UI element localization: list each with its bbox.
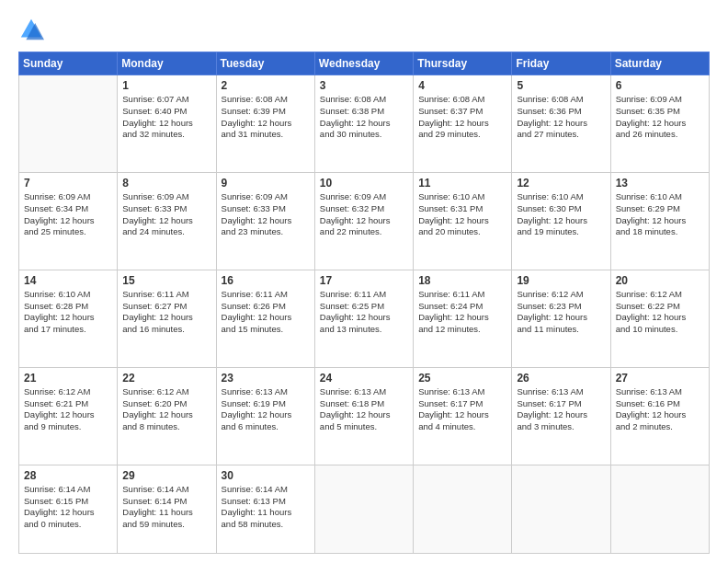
day-info: Sunrise: 6:13 AMSunset: 6:16 PMDaylight:… (616, 386, 704, 433)
day-info: Sunrise: 6:12 AMSunset: 6:23 PMDaylight:… (517, 289, 605, 336)
day-info: Sunrise: 6:14 AMSunset: 6:15 PMDaylight:… (24, 484, 112, 531)
calendar-table: SundayMondayTuesdayWednesdayThursdayFrid… (18, 52, 710, 554)
day-number: 12 (517, 177, 605, 190)
weekday-header-friday: Friday (512, 52, 610, 75)
day-number: 15 (122, 274, 210, 287)
weekday-header-thursday: Thursday (414, 52, 512, 75)
weekday-header-monday: Monday (118, 52, 216, 75)
calendar-cell: 2Sunrise: 6:08 AMSunset: 6:39 PMDaylight… (216, 75, 314, 173)
calendar-cell: 17Sunrise: 6:11 AMSunset: 6:25 PMDayligh… (314, 270, 413, 367)
calendar-cell: 9Sunrise: 6:09 AMSunset: 6:33 PMDaylight… (216, 172, 314, 270)
calendar-cell (414, 465, 512, 553)
day-number: 5 (517, 79, 605, 92)
day-info: Sunrise: 6:08 AMSunset: 6:37 PMDaylight:… (418, 94, 506, 141)
day-number: 10 (320, 177, 408, 190)
calendar-cell: 10Sunrise: 6:09 AMSunset: 6:32 PMDayligh… (314, 172, 413, 270)
day-info: Sunrise: 6:08 AMSunset: 6:36 PMDaylight:… (517, 94, 605, 141)
day-number: 24 (320, 372, 408, 385)
page: SundayMondayTuesdayWednesdayThursdayFrid… (0, 0, 728, 563)
calendar-cell: 11Sunrise: 6:10 AMSunset: 6:31 PMDayligh… (414, 172, 512, 270)
calendar-cell: 12Sunrise: 6:10 AMSunset: 6:30 PMDayligh… (512, 172, 610, 270)
calendar-cell: 20Sunrise: 6:12 AMSunset: 6:22 PMDayligh… (610, 270, 709, 367)
calendar-week-row: 28Sunrise: 6:14 AMSunset: 6:15 PMDayligh… (19, 465, 710, 553)
day-number: 9 (222, 177, 310, 190)
header (18, 17, 710, 42)
calendar-week-row: 1Sunrise: 6:07 AMSunset: 6:40 PMDaylight… (19, 75, 710, 173)
day-number: 2 (222, 79, 310, 92)
day-number: 8 (122, 177, 210, 190)
day-number: 19 (517, 274, 605, 287)
calendar-cell: 28Sunrise: 6:14 AMSunset: 6:15 PMDayligh… (19, 465, 118, 553)
calendar-cell: 22Sunrise: 6:12 AMSunset: 6:20 PMDayligh… (118, 367, 216, 465)
calendar-cell: 14Sunrise: 6:10 AMSunset: 6:28 PMDayligh… (19, 270, 118, 367)
day-info: Sunrise: 6:12 AMSunset: 6:20 PMDaylight:… (122, 386, 210, 433)
day-info: Sunrise: 6:13 AMSunset: 6:17 PMDaylight:… (517, 386, 605, 433)
day-number: 13 (616, 177, 704, 190)
day-info: Sunrise: 6:09 AMSunset: 6:32 PMDaylight:… (320, 191, 408, 238)
day-number: 20 (616, 274, 704, 287)
day-info: Sunrise: 6:14 AMSunset: 6:14 PMDaylight:… (122, 484, 210, 531)
day-number: 14 (24, 274, 112, 287)
calendar-cell: 21Sunrise: 6:12 AMSunset: 6:21 PMDayligh… (19, 367, 118, 465)
day-info: Sunrise: 6:10 AMSunset: 6:28 PMDaylight:… (24, 289, 112, 336)
day-number: 7 (24, 177, 112, 190)
day-number: 18 (418, 274, 506, 287)
weekday-header-row: SundayMondayTuesdayWednesdayThursdayFrid… (19, 52, 710, 75)
calendar-week-row: 14Sunrise: 6:10 AMSunset: 6:28 PMDayligh… (19, 270, 710, 367)
day-info: Sunrise: 6:11 AMSunset: 6:27 PMDaylight:… (122, 289, 210, 336)
calendar-cell: 24Sunrise: 6:13 AMSunset: 6:18 PMDayligh… (314, 367, 413, 465)
day-number: 6 (616, 79, 704, 92)
day-info: Sunrise: 6:14 AMSunset: 6:13 PMDaylight:… (222, 484, 310, 531)
calendar-cell (610, 465, 709, 553)
day-number: 11 (418, 177, 506, 190)
day-number: 27 (616, 372, 704, 385)
day-info: Sunrise: 6:12 AMSunset: 6:22 PMDaylight:… (616, 289, 704, 336)
weekday-header-saturday: Saturday (610, 52, 709, 75)
day-info: Sunrise: 6:10 AMSunset: 6:31 PMDaylight:… (418, 191, 506, 238)
day-info: Sunrise: 6:11 AMSunset: 6:26 PMDaylight:… (222, 289, 310, 336)
logo-icon (18, 17, 44, 42)
day-number: 21 (24, 372, 112, 385)
calendar-cell: 27Sunrise: 6:13 AMSunset: 6:16 PMDayligh… (610, 367, 709, 465)
day-info: Sunrise: 6:09 AMSunset: 6:33 PMDaylight:… (122, 191, 210, 238)
calendar-cell: 30Sunrise: 6:14 AMSunset: 6:13 PMDayligh… (216, 465, 314, 553)
calendar-cell: 23Sunrise: 6:13 AMSunset: 6:19 PMDayligh… (216, 367, 314, 465)
day-number: 25 (418, 372, 506, 385)
day-info: Sunrise: 6:10 AMSunset: 6:29 PMDaylight:… (616, 191, 704, 238)
weekday-header-tuesday: Tuesday (216, 52, 314, 75)
weekday-header-wednesday: Wednesday (314, 52, 413, 75)
day-number: 22 (122, 372, 210, 385)
day-info: Sunrise: 6:09 AMSunset: 6:35 PMDaylight:… (616, 94, 704, 141)
day-number: 26 (517, 372, 605, 385)
day-info: Sunrise: 6:13 AMSunset: 6:18 PMDaylight:… (320, 386, 408, 433)
calendar-cell: 4Sunrise: 6:08 AMSunset: 6:37 PMDaylight… (414, 75, 512, 173)
calendar-cell (19, 75, 118, 173)
day-number: 23 (222, 372, 310, 385)
day-number: 30 (222, 469, 310, 482)
calendar-cell: 3Sunrise: 6:08 AMSunset: 6:38 PMDaylight… (314, 75, 413, 173)
calendar-week-row: 21Sunrise: 6:12 AMSunset: 6:21 PMDayligh… (19, 367, 710, 465)
day-info: Sunrise: 6:10 AMSunset: 6:30 PMDaylight:… (517, 191, 605, 238)
day-info: Sunrise: 6:11 AMSunset: 6:24 PMDaylight:… (418, 289, 506, 336)
calendar-cell: 25Sunrise: 6:13 AMSunset: 6:17 PMDayligh… (414, 367, 512, 465)
day-number: 1 (122, 79, 210, 92)
calendar-cell: 15Sunrise: 6:11 AMSunset: 6:27 PMDayligh… (118, 270, 216, 367)
calendar-cell: 6Sunrise: 6:09 AMSunset: 6:35 PMDaylight… (610, 75, 709, 173)
day-number: 3 (320, 79, 408, 92)
day-info: Sunrise: 6:07 AMSunset: 6:40 PMDaylight:… (122, 94, 210, 141)
day-number: 28 (24, 469, 112, 482)
calendar-cell: 7Sunrise: 6:09 AMSunset: 6:34 PMDaylight… (19, 172, 118, 270)
calendar-cell (314, 465, 413, 553)
day-info: Sunrise: 6:08 AMSunset: 6:38 PMDaylight:… (320, 94, 408, 141)
day-info: Sunrise: 6:12 AMSunset: 6:21 PMDaylight:… (24, 386, 112, 433)
calendar-week-row: 7Sunrise: 6:09 AMSunset: 6:34 PMDaylight… (19, 172, 710, 270)
day-number: 4 (418, 79, 506, 92)
calendar-cell: 13Sunrise: 6:10 AMSunset: 6:29 PMDayligh… (610, 172, 709, 270)
calendar-cell: 29Sunrise: 6:14 AMSunset: 6:14 PMDayligh… (118, 465, 216, 553)
day-info: Sunrise: 6:13 AMSunset: 6:19 PMDaylight:… (222, 386, 310, 433)
calendar-cell: 5Sunrise: 6:08 AMSunset: 6:36 PMDaylight… (512, 75, 610, 173)
day-number: 17 (320, 274, 408, 287)
day-info: Sunrise: 6:09 AMSunset: 6:33 PMDaylight:… (222, 191, 310, 238)
calendar-cell: 26Sunrise: 6:13 AMSunset: 6:17 PMDayligh… (512, 367, 610, 465)
day-info: Sunrise: 6:13 AMSunset: 6:17 PMDaylight:… (418, 386, 506, 433)
